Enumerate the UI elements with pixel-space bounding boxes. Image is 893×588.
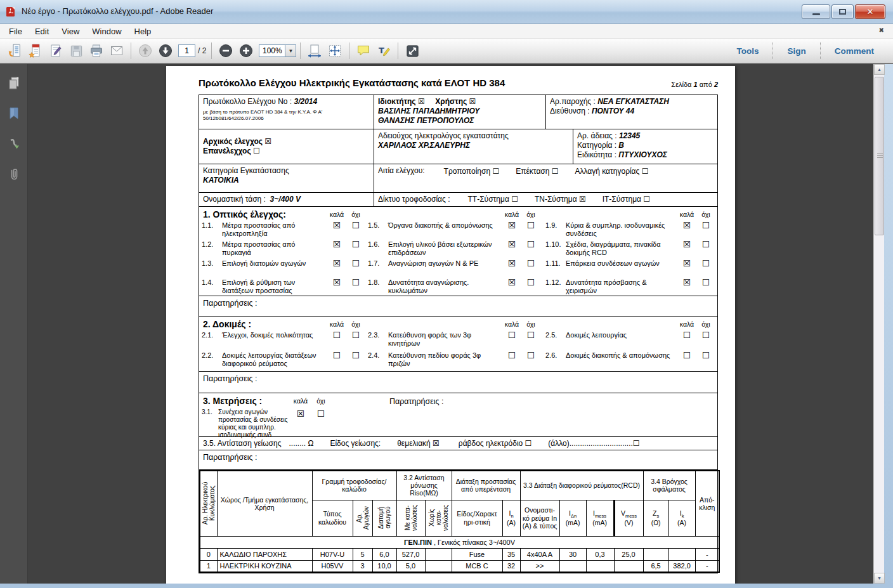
create-pdf-button[interactable] bbox=[25, 41, 46, 60]
bad-checkbox: ☐ bbox=[346, 258, 365, 268]
bad-checkbox: ☐ bbox=[521, 350, 540, 360]
cell: 25,0 bbox=[614, 548, 643, 560]
zoom-out-button[interactable] bbox=[216, 41, 236, 60]
col-without-loads: Χωρίς κατα-ναλώσεις bbox=[425, 500, 452, 536]
open-button[interactable] bbox=[5, 41, 25, 60]
fill-sign-button[interactable] bbox=[46, 41, 66, 60]
protocol-number-cell: Πρωτόκολλο Ελέγχου Νο : 3/2014 με βάση τ… bbox=[199, 95, 374, 129]
svg-text:T: T bbox=[379, 46, 384, 55]
tab-comment[interactable]: Comment bbox=[820, 42, 888, 59]
cell: 35 bbox=[502, 548, 520, 560]
email-icon bbox=[109, 43, 124, 58]
zoom-level-select[interactable]: 100% ▼ bbox=[259, 44, 296, 57]
separator bbox=[398, 42, 398, 59]
menu-help[interactable]: Help bbox=[128, 25, 158, 37]
next-page-button[interactable] bbox=[155, 41, 176, 60]
bad-checkbox: ☐ bbox=[346, 220, 365, 230]
foundation-earth-checkbox: θεμελιακή ☒ bbox=[397, 439, 440, 448]
signatures-icon[interactable] bbox=[6, 136, 22, 152]
menu-file[interactable]: File bbox=[3, 25, 29, 37]
scroll-up-icon[interactable]: ▲ bbox=[874, 64, 885, 75]
document-canvas[interactable]: Πρωτόκολλο Ελέγχου Ηλεκτρικής Εγκατάστασ… bbox=[28, 64, 873, 584]
cell: 0 bbox=[200, 548, 217, 560]
bad-checkbox: ☐ bbox=[696, 258, 715, 268]
cell: Fuse bbox=[452, 548, 502, 560]
menu-window[interactable]: Window bbox=[86, 25, 127, 37]
separator bbox=[211, 42, 212, 59]
zoom-in-button[interactable] bbox=[236, 41, 256, 60]
col-conductor-count: Αρ. Αγωγών bbox=[353, 500, 372, 536]
fit-page-button[interactable] bbox=[325, 41, 345, 60]
menu-edit[interactable]: Edit bbox=[29, 25, 55, 37]
tab-tools[interactable]: Tools bbox=[722, 42, 772, 59]
checklist-item: 1.4.Επιλογή & ρύθμιση των διατάξεων προσ… bbox=[202, 277, 365, 296]
other-earth-checkbox: (άλλο)..............................☐ bbox=[548, 439, 639, 448]
col-zs: Zs(Ω) bbox=[643, 500, 668, 536]
menu-view[interactable]: View bbox=[55, 25, 86, 37]
good-checkbox: ☒ bbox=[327, 239, 346, 249]
tab-sign[interactable]: Sign bbox=[772, 42, 819, 59]
checklist-item: 1.7.Αναγνώριση αγωγών N & PE☒☐ bbox=[368, 258, 540, 277]
scrollbar-grip bbox=[877, 154, 883, 158]
measurements-table: Αρ. Ηλεκτρικού Κυκλώματος Χώρος /Τμήμα ε… bbox=[199, 470, 720, 573]
bookmarks-icon[interactable] bbox=[6, 106, 22, 121]
cell: 5 bbox=[353, 548, 372, 560]
checklist-item: 2.2.Δοκιμές λειτουργίας διατάξεων διαφορ… bbox=[202, 350, 365, 370]
zoom-out-icon bbox=[218, 43, 233, 58]
remarks-row: Παρατηρήσεις : bbox=[199, 372, 717, 393]
scroll-down-icon[interactable]: ▼ bbox=[874, 573, 885, 584]
bad-checkbox: ☐ bbox=[696, 277, 715, 287]
scrollbar-thumb[interactable] bbox=[875, 77, 884, 235]
cell bbox=[586, 560, 614, 572]
minimize-button[interactable] bbox=[802, 4, 830, 19]
owner-name: ΒΑΣΙΛΗΣ ΠΑΠΑΔΗΜΗΤΡΙΟΥ bbox=[378, 107, 542, 116]
recheck-checkbox: Επανέλεχχος ☐ bbox=[203, 147, 370, 156]
fit-width-button[interactable] bbox=[304, 41, 325, 60]
check-reason-cell: Αιτία ελέγχου: Τροποποίηση ☐ Επέκταση ☐ … bbox=[374, 164, 717, 192]
checklist-item: 1.9.Κύρια & συμπληρ. ισοδυναμικές συνδέσ… bbox=[545, 220, 715, 239]
highlight-text-icon: T bbox=[376, 43, 391, 58]
group-overcurrent: Διάταξη προστασίας από υπερένταση bbox=[452, 471, 520, 500]
cell: 32 bbox=[502, 560, 520, 572]
checklist-item: 1.1.Μέτρα προστασίας από ηλεκτροπληξία☒☐ bbox=[202, 220, 365, 239]
page-thumbnails-icon[interactable] bbox=[6, 75, 22, 91]
checklist-item: 1.3.Επιλογή διατομών αγωγών☒☐ bbox=[202, 258, 365, 277]
page-number-input[interactable]: 1 bbox=[178, 44, 195, 57]
good-checkbox: ☒ bbox=[327, 258, 346, 268]
owner-user-cell: Ιδιοκτήτης ☒ Χρήστης ☒ ΒΑΣΙΛΗΣ ΠΑΠΑΔΗΜΗΤ… bbox=[374, 95, 545, 129]
save-button[interactable] bbox=[66, 41, 86, 60]
checklist-item: 1.8.Δυνατότητα αναγνώρισης. κυκλωμάτων☒☐ bbox=[368, 277, 540, 296]
highlight-text-button[interactable]: T bbox=[374, 41, 394, 60]
installation-category-cell: Κατηγορία Εγκατάστασης ΚΑΤΟΙΚΙΑ bbox=[199, 164, 374, 192]
zoom-level-value: 100% bbox=[259, 46, 285, 55]
bad-checkbox: ☐ bbox=[521, 239, 540, 249]
cell: ΚΑΛΩΔΙΟ ΠΑΡΟΧΗΣ bbox=[217, 548, 312, 560]
bad-checkbox: ☐ bbox=[521, 258, 540, 268]
chevron-down-icon[interactable]: ▼ bbox=[285, 45, 296, 56]
previous-page-button[interactable] bbox=[135, 41, 155, 60]
col-cable-type: Τύπος καλωδίου bbox=[312, 500, 353, 536]
page-indicator: Σελίδα 1 από 2 bbox=[671, 81, 718, 88]
modification-checkbox: Τροποποίηση ☐ bbox=[444, 167, 500, 176]
group-fault-loop: 3.4 Βρόγχος σφάλματος bbox=[643, 471, 695, 500]
dismiss-icon[interactable]: ✖ bbox=[879, 27, 884, 34]
bad-checkbox: ☐ bbox=[696, 350, 715, 360]
close-button[interactable]: ✕ bbox=[855, 4, 885, 19]
title-bar[interactable]: Νέο έργο - Πρωτόκολλο ελέγχου.pdf - Adob… bbox=[0, 0, 893, 24]
good-checkbox: ☐ bbox=[502, 330, 521, 339]
maximize-button[interactable] bbox=[831, 4, 854, 19]
toolbar: 1 / 2 100% ▼ bbox=[0, 39, 893, 63]
email-button[interactable] bbox=[107, 41, 127, 60]
separator bbox=[131, 42, 131, 59]
checklist-item: 2.3.Κατεύθυνση φοράς των 3φ κινητήρων☐☐ bbox=[368, 330, 540, 350]
comment-button[interactable] bbox=[353, 41, 374, 60]
checklist-item: 2.4.Κατεύθυνση πεδίου φοράς 3φ πριζών☐☐ bbox=[368, 350, 540, 370]
cell: - bbox=[695, 560, 719, 572]
good-checkbox: ☒ bbox=[502, 220, 521, 230]
vertical-scrollbar[interactable]: ▲ ▼ bbox=[873, 64, 884, 584]
fill-sign-icon bbox=[48, 43, 63, 58]
print-button[interactable] bbox=[86, 41, 107, 60]
fullscreen-button[interactable] bbox=[402, 41, 422, 60]
col-in: In(A) bbox=[502, 500, 520, 536]
attachments-icon[interactable] bbox=[6, 167, 22, 182]
